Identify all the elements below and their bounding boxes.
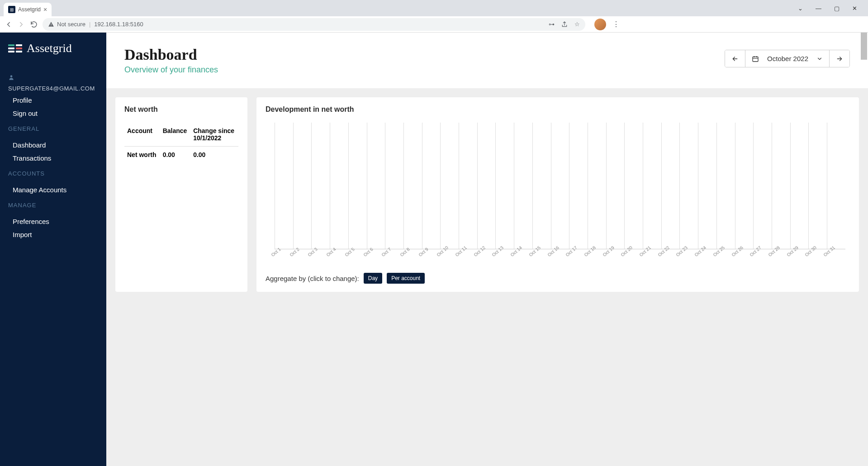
calendar-icon bbox=[752, 55, 759, 62]
chevron-down-icon bbox=[816, 56, 823, 62]
maximize-icon[interactable]: ▢ bbox=[830, 3, 843, 14]
url-text: 192.168.1.18:5160 bbox=[94, 21, 143, 28]
chart-gridline bbox=[440, 123, 459, 249]
chart-gridline bbox=[275, 123, 293, 249]
window-controls: ⌄ — ▢ ✕ bbox=[794, 3, 864, 14]
networth-table: Account Balance Change since 10/1/2022 N… bbox=[124, 123, 238, 163]
chart-gridline bbox=[311, 123, 330, 249]
table-row: Net worth 0.00 0.00 bbox=[124, 147, 238, 163]
tab-title: Assetgrid bbox=[18, 6, 41, 13]
tab-bar: ⊞ Assetgrid × ⌄ — ▢ ✕ bbox=[0, 0, 868, 16]
sidebar-item-transactions[interactable]: Transactions bbox=[0, 152, 106, 165]
security-warning-icon[interactable]: Not secure bbox=[48, 21, 85, 28]
sidebar-item-dashboard[interactable]: Dashboard bbox=[0, 138, 106, 152]
col-balance: Balance bbox=[160, 123, 190, 147]
col-account: Account bbox=[124, 123, 160, 147]
sidebar-item-import[interactable]: Import bbox=[0, 228, 106, 241]
svg-rect-1 bbox=[51, 25, 51, 26]
chart-gridline bbox=[753, 123, 772, 249]
chart-gridline bbox=[551, 123, 569, 249]
sidebar-item-signout[interactable]: Sign out bbox=[0, 107, 106, 120]
chart-gridline bbox=[514, 123, 532, 249]
aggregate-controls: Aggregate by (click to change): Day Per … bbox=[266, 273, 850, 284]
chart-gridline bbox=[403, 123, 422, 249]
chart-gridline bbox=[495, 123, 514, 249]
security-label: Not secure bbox=[57, 21, 85, 28]
more-icon[interactable]: ⋮ bbox=[612, 20, 620, 29]
period-select-button[interactable]: October 2022 bbox=[745, 50, 830, 67]
profile-avatar[interactable] bbox=[594, 19, 606, 30]
forward-icon[interactable] bbox=[17, 20, 25, 29]
period-prev-button[interactable] bbox=[725, 50, 745, 67]
logo-text: Assetgrid bbox=[27, 42, 72, 55]
manage-section-header: MANAGE bbox=[8, 202, 98, 209]
chart-gridline bbox=[698, 123, 716, 249]
chart-gridline bbox=[772, 123, 790, 249]
app-root: Assetgrid SUPERGATE84@GMAIL.COM Profile … bbox=[0, 33, 868, 466]
chart-gridline bbox=[293, 123, 312, 249]
col-change: Change since 10/1/2022 bbox=[190, 123, 238, 147]
page-subtitle: Overview of your finances bbox=[124, 65, 218, 75]
chart-gridline bbox=[348, 123, 367, 249]
scrollbar[interactable] bbox=[861, 33, 867, 60]
close-window-icon[interactable]: ✕ bbox=[849, 3, 861, 14]
svg-point-2 bbox=[10, 75, 13, 77]
sidebar-item-manage-accounts[interactable]: Manage Accounts bbox=[0, 183, 106, 196]
chevron-down-icon[interactable]: ⌄ bbox=[794, 3, 806, 14]
share-icon[interactable] bbox=[561, 21, 568, 28]
star-icon[interactable]: ☆ bbox=[574, 21, 580, 28]
chart-gridline bbox=[827, 123, 845, 249]
row-change: 0.00 bbox=[190, 147, 238, 163]
aggregate-day-button[interactable]: Day bbox=[364, 273, 382, 284]
page-header: Dashboard Overview of your finances Octo… bbox=[106, 33, 868, 88]
networth-card-title: Net worth bbox=[124, 105, 238, 114]
user-icon bbox=[8, 74, 14, 81]
address-bar[interactable]: Not secure | 192.168.1.18:5160 ⊶ ☆ bbox=[43, 18, 585, 31]
main-content: Dashboard Overview of your finances Octo… bbox=[106, 33, 868, 466]
chart-gridline bbox=[808, 123, 827, 249]
browser-chrome: ⊞ Assetgrid × ⌄ — ▢ ✕ Not secure | 192.1… bbox=[0, 0, 868, 33]
browser-tab[interactable]: ⊞ Assetgrid × bbox=[4, 3, 52, 16]
chart-gridline bbox=[477, 123, 496, 249]
reload-icon[interactable] bbox=[30, 20, 38, 29]
chart-gridline bbox=[790, 123, 809, 249]
sidebar: Assetgrid SUPERGATE84@GMAIL.COM Profile … bbox=[0, 33, 106, 466]
period-label: October 2022 bbox=[767, 55, 808, 62]
accounts-section-header: ACCOUNTS bbox=[8, 170, 98, 177]
key-icon[interactable]: ⊶ bbox=[549, 21, 555, 28]
chart-gridline bbox=[532, 123, 551, 249]
chart-gridline bbox=[367, 123, 385, 249]
chart-gridline bbox=[606, 123, 625, 249]
chart-gridline bbox=[624, 123, 643, 249]
networth-card: Net worth Account Balance Change since 1… bbox=[115, 97, 247, 292]
chart-x-axis: Oct 1Oct 2Oct 3Oct 4Oct 5Oct 6Oct 7Oct 8… bbox=[275, 252, 845, 266]
row-balance: 0.00 bbox=[160, 147, 190, 163]
arrow-left-icon bbox=[731, 55, 739, 62]
logo[interactable]: Assetgrid bbox=[0, 42, 106, 69]
sidebar-item-profile[interactable]: Profile bbox=[0, 94, 106, 107]
period-next-button[interactable] bbox=[830, 50, 849, 67]
chart-gridline bbox=[385, 123, 403, 249]
chart-card-title: Development in net worth bbox=[266, 105, 850, 114]
chart-gridline bbox=[588, 123, 606, 249]
sidebar-item-preferences[interactable]: Preferences bbox=[0, 215, 106, 228]
close-icon[interactable]: × bbox=[43, 6, 47, 13]
chart-gridline bbox=[661, 123, 680, 249]
period-picker: October 2022 bbox=[725, 50, 850, 67]
aggregate-per-account-button[interactable]: Per account bbox=[387, 273, 425, 284]
cards-row: Net worth Account Balance Change since 1… bbox=[106, 88, 868, 301]
chart-gridline bbox=[679, 123, 698, 249]
page-title: Dashboard bbox=[124, 46, 218, 63]
chart-gridline bbox=[422, 123, 441, 249]
minimize-icon[interactable]: — bbox=[812, 3, 825, 14]
svg-rect-0 bbox=[51, 24, 51, 25]
row-label: Net worth bbox=[124, 147, 160, 163]
chart-gridline bbox=[330, 123, 348, 249]
back-icon[interactable] bbox=[5, 20, 13, 29]
general-section-header: GENERAL bbox=[8, 125, 98, 132]
chart-gridline bbox=[643, 123, 661, 249]
favicon-icon: ⊞ bbox=[8, 6, 15, 13]
chart-gridline bbox=[459, 123, 477, 249]
nav-bar: Not secure | 192.168.1.18:5160 ⊶ ☆ ⋮ bbox=[0, 16, 868, 33]
chart-gridline bbox=[569, 123, 588, 249]
